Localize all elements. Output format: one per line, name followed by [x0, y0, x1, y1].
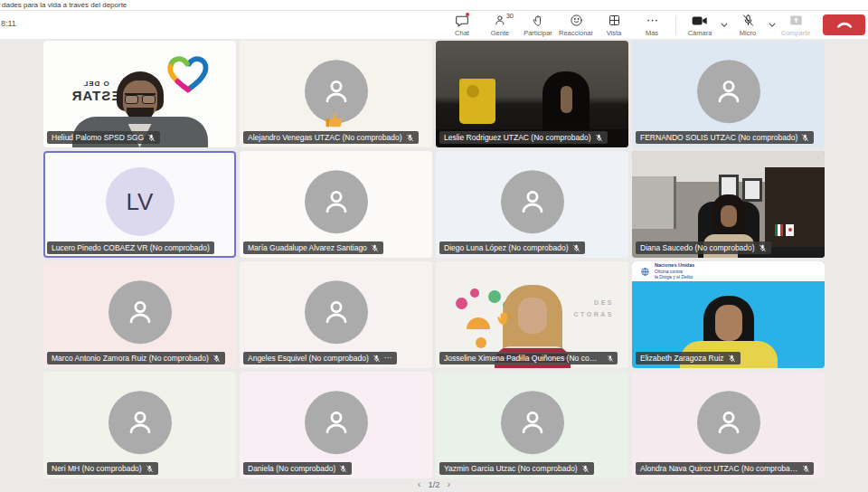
camera-button[interactable]: Cámara	[681, 12, 719, 39]
tile-neri-mh[interactable]: Neri MH (No comprobado)	[43, 372, 236, 478]
avatar	[697, 391, 760, 454]
tile-alondra-nava[interactable]: Alondra Nava Quiroz UTZAC (No comprobado…	[632, 372, 825, 478]
next-page-button[interactable]: ›	[448, 479, 451, 488]
tile-maria-guadalupe[interactable]: María Guadalupe Alvarez Santiago	[240, 151, 432, 258]
tile-alejandro-venegas[interactable]: Alejandro Venegas UTZAC (No comprobado)	[240, 41, 432, 147]
tile-josseline-ximena[interactable]: DES CTORAS Josseline Ximena Padilla Quiñ…	[436, 261, 628, 368]
mic-off-icon	[759, 244, 767, 252]
tile-fernando-solis[interactable]: FERNANDO SOLIS UTZAC (No comprobado)	[632, 41, 825, 147]
tile-yazmin-garcia[interactable]: Yazmin Garcia Utzac (No comprobado)	[436, 372, 628, 478]
tile-diego-luna[interactable]: Diego Luna López (No comprobado)	[436, 151, 628, 258]
avatar	[501, 391, 564, 454]
hangup-icon	[836, 21, 853, 30]
participant-grid: O DEL ESTAR Heliud Palomo SPSD SGG	[43, 41, 825, 478]
participant-name-chip: Angeles Esquivel (No comprobado) ⋯	[243, 352, 397, 364]
person-icon	[713, 407, 744, 438]
logo-text-line: CTORAS	[574, 309, 614, 321]
tile-daniela[interactable]: Daniela (No comprobado)	[240, 372, 432, 478]
avatar	[108, 391, 172, 454]
person-face	[721, 205, 737, 227]
avatar	[305, 170, 368, 233]
chip-more-icon[interactable]: ⋯	[384, 356, 392, 360]
participant-name: Josseline Ximena Padilla Quiñones (No co…	[444, 354, 603, 363]
avatar	[305, 280, 368, 344]
window-title: dades para la vida a través del deporte	[2, 1, 127, 9]
chat-icon	[454, 14, 470, 28]
previous-page-button[interactable]: ‹	[418, 479, 421, 488]
participant-name-chip: Neri MH (No comprobado)	[47, 462, 158, 475]
participant-name-chip: Elizabeth Zaragoza Ruiz	[636, 352, 741, 364]
mic-off-icon	[607, 355, 614, 363]
person-face	[715, 305, 742, 341]
participant-name-chip: Josseline Ximena Padilla Quiñones (No co…	[439, 352, 618, 364]
participant-name-chip: María Guadalupe Alvarez Santiago	[243, 241, 383, 254]
react-button[interactable]: Reaccionar	[557, 12, 595, 39]
mic-button[interactable]: Micro	[729, 12, 767, 39]
gallery-pagination: ‹ 1/2 ›	[0, 478, 868, 490]
person-icon	[321, 186, 352, 217]
un-text-line: la Droga y el Delito	[655, 274, 694, 279]
tile-marco-antonio[interactable]: Marco Antonio Zamora Ruiz (No comprobado…	[43, 261, 236, 368]
meeting-timer: 8:11	[1, 19, 16, 28]
yellow-bin	[459, 79, 495, 124]
mic-off-icon	[802, 465, 810, 473]
view-button[interactable]: Vista	[595, 12, 633, 39]
mic-off-icon	[339, 465, 347, 473]
participant-name: Diana Saucedo (No comprobado)	[640, 243, 755, 252]
participant-name: Heliud Palomo SPSD SGG	[52, 133, 144, 142]
participant-name-chip: Yazmin Garcia Utzac (No comprobado)	[439, 462, 594, 475]
person-icon	[321, 297, 352, 327]
people-button[interactable]: 30 Gente	[481, 12, 519, 39]
leave-call-button[interactable]	[823, 14, 865, 35]
participant-name: Alondra Nava Quiroz UTZAC (No comprobado…	[640, 464, 798, 473]
un-banner-text: Naciones Unidas Oficina contra la Droga …	[655, 262, 694, 279]
more-ellipsis-icon	[644, 14, 660, 28]
tile-lucero-pinedo[interactable]: LV Lucero Pinedo COBAEZ VR (No comprobad…	[43, 151, 236, 258]
logo-dot	[470, 289, 479, 298]
mic-off-icon	[801, 134, 809, 142]
participant-name: Neri MH (No comprobado)	[52, 464, 142, 473]
raise-hand-button[interactable]: Participar	[519, 12, 557, 39]
people-count-badge: 30	[506, 12, 514, 20]
chat-unread-dot	[466, 13, 469, 16]
view-label: Vista	[607, 29, 622, 37]
participant-name-chip: Marco Antonio Zamora Ruiz (No comprobado…	[47, 352, 225, 364]
participant-name-chip: Daniela (No comprobado)	[243, 462, 352, 475]
participant-name-chip: Diana Saucedo (No comprobado)	[636, 241, 771, 254]
chat-button[interactable]: Chat	[443, 12, 481, 39]
tile-elizabeth-zaragoza[interactable]: Naciones Unidas Oficina contra la Droga …	[632, 261, 825, 368]
more-label: Más	[646, 29, 658, 37]
react-label: Reaccionar	[559, 29, 593, 37]
participant-name-chip: Heliud Palomo SPSD SGG	[47, 131, 160, 144]
tile-leslie-rodriguez[interactable]: Leslie Rodriguez UTZAC (No comprobado)	[436, 41, 628, 147]
participant-name: Lucero Pinedo COBAEZ VR (No comprobado)	[52, 243, 210, 252]
meeting-toolbar: 8:11 Chat 30 Gente	[0, 11, 868, 40]
tile-angeles-esquivel[interactable]: Angeles Esquivel (No comprobado) ⋯	[240, 261, 432, 368]
camera-label: Cámara	[688, 29, 712, 37]
un-banner: Naciones Unidas Oficina contra la Droga …	[632, 261, 825, 281]
tile-diana-saucedo[interactable]: Diana Saucedo (No comprobado)	[632, 151, 825, 258]
participant-name: FERNANDO SOLIS UTZAC (No comprobado)	[640, 133, 797, 142]
mexico-flag	[775, 224, 783, 236]
mic-off-icon	[581, 465, 590, 473]
mic-off-icon	[406, 134, 414, 142]
person-icon	[321, 407, 352, 438]
clap-reaction-icon	[495, 308, 515, 332]
logo-arc	[467, 317, 490, 329]
participant-name-chip: Alondra Nava Quiroz UTZAC (No comprobado…	[636, 462, 814, 475]
more-button[interactable]: Más	[633, 12, 671, 39]
avatar	[501, 170, 564, 233]
mic-chevron-button[interactable]	[767, 12, 777, 39]
mic-off-icon	[595, 134, 603, 142]
mic-off-icon	[146, 465, 154, 473]
avatar	[108, 280, 172, 344]
participant-name: María Guadalupe Alvarez Santiago	[248, 243, 367, 252]
logo-dot	[476, 337, 486, 348]
participant-name: Diego Luna López (No comprobado)	[444, 243, 569, 252]
raise-hand-icon	[530, 14, 546, 28]
avatar-initials: LV	[106, 167, 175, 236]
participant-name: Leslie Rodriguez UTZAC (No comprobado)	[444, 133, 591, 142]
tile-heliud-palomo[interactable]: O DEL ESTAR Heliud Palomo SPSD SGG	[43, 41, 236, 147]
mic-off-icon	[572, 244, 580, 252]
camera-chevron-button[interactable]	[719, 12, 729, 39]
